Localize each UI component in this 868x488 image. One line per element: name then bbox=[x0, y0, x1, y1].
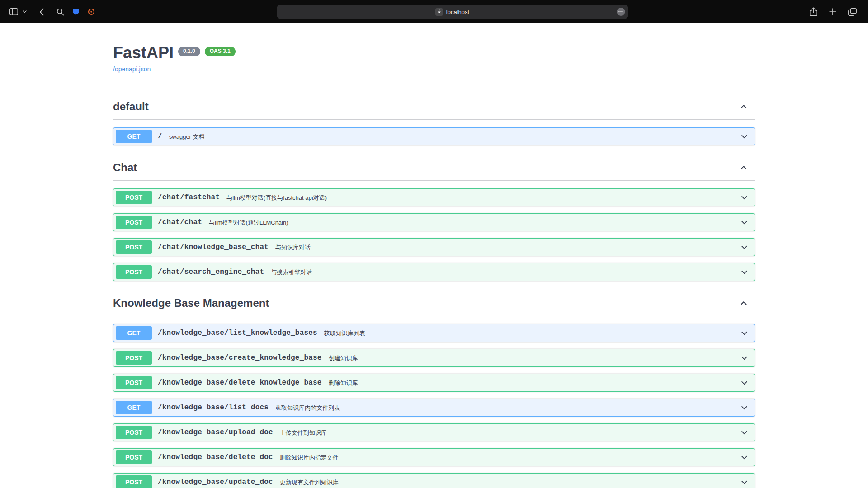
section-header[interactable]: Knowledge Base Management bbox=[113, 292, 755, 316]
section-title: Knowledge Base Management bbox=[113, 297, 269, 310]
operation-row[interactable]: POST/knowledge_base/update_doc更新现有文件到知识库 bbox=[113, 473, 755, 488]
sidebar-chevron-down-icon[interactable] bbox=[20, 4, 29, 20]
operation-row[interactable]: POST/knowledge_base/delete_knowledge_bas… bbox=[113, 374, 755, 392]
new-tab-plus-icon[interactable] bbox=[825, 4, 840, 20]
sidebar-toggle-icon[interactable] bbox=[7, 4, 20, 20]
collapse-section-icon[interactable] bbox=[739, 163, 749, 173]
operation-row[interactable]: POST/chat/search_engine_chat与搜索引擎对话 bbox=[113, 263, 755, 281]
share-icon[interactable] bbox=[806, 4, 821, 20]
method-badge: POST bbox=[116, 351, 152, 365]
operation-row[interactable]: POST/knowledge_base/create_knowledge_bas… bbox=[113, 349, 755, 367]
page-title: FastAPI 0.1.0 OAS 3.1 bbox=[113, 43, 755, 62]
toolbar-left-group bbox=[7, 4, 99, 20]
oas-badge: OAS 3.1 bbox=[205, 47, 236, 56]
operation-description: 与llm模型对话(直接与fastchat api对话) bbox=[226, 193, 327, 202]
swagger-page: FastAPI 0.1.0 OAS 3.1 /openapi.json defa… bbox=[0, 23, 868, 488]
extension-orange-icon[interactable] bbox=[84, 4, 99, 20]
operation-path: / bbox=[158, 132, 162, 141]
expand-operation-icon[interactable] bbox=[740, 218, 749, 227]
method-badge: POST bbox=[116, 240, 152, 254]
method-badge: POST bbox=[116, 450, 152, 464]
api-tag-section: defaultGET/swagger 文档 bbox=[113, 96, 755, 154]
section-operations: GET/swagger 文档 bbox=[113, 120, 755, 154]
method-badge: POST bbox=[116, 376, 152, 389]
expand-operation-icon[interactable] bbox=[740, 193, 749, 202]
operation-row[interactable]: POST/chat/fastchat与llm模型对话(直接与fastchat a… bbox=[113, 188, 755, 206]
version-badge: 0.1.0 bbox=[178, 47, 200, 56]
section-operations: POST/chat/fastchat与llm模型对话(直接与fastchat a… bbox=[113, 181, 755, 290]
operation-path: /knowledge_base/upload_doc bbox=[158, 428, 273, 436]
operation-description: 上传文件到知识库 bbox=[280, 428, 327, 437]
operation-description: 获取知识库列表 bbox=[324, 328, 365, 338]
operation-path: /chat/fastchat bbox=[158, 193, 220, 202]
operation-path: /knowledge_base/list_knowledge_bases bbox=[158, 329, 317, 337]
method-badge: GET bbox=[116, 326, 152, 340]
operation-row[interactable]: POST/chat/chat与llm模型对话(通过LLMChain) bbox=[113, 213, 755, 231]
site-favicon-icon bbox=[435, 8, 443, 16]
operation-row[interactable]: GET/knowledge_base/list_docs获取知识库内的文件列表 bbox=[113, 399, 755, 417]
back-icon[interactable] bbox=[35, 4, 48, 20]
expand-operation-icon[interactable] bbox=[740, 353, 749, 363]
collapse-section-icon[interactable] bbox=[739, 298, 749, 308]
method-badge: POST bbox=[116, 426, 152, 439]
operation-row[interactable]: GET/swagger 文档 bbox=[113, 127, 755, 145]
operation-description: swagger 文档 bbox=[169, 132, 205, 141]
api-sections: defaultGET/swagger 文档ChatPOST/chat/fastc… bbox=[113, 96, 755, 488]
tab-overview-icon[interactable] bbox=[844, 4, 861, 20]
search-icon[interactable] bbox=[52, 4, 68, 20]
operation-row[interactable]: GET/knowledge_base/list_knowledge_bases获… bbox=[113, 324, 755, 342]
address-url-text: localhost bbox=[446, 9, 469, 15]
expand-operation-icon[interactable] bbox=[740, 267, 749, 277]
collapse-section-icon[interactable] bbox=[739, 102, 749, 112]
operation-description: 删除知识库内指定文件 bbox=[280, 453, 339, 462]
expand-operation-icon[interactable] bbox=[740, 428, 749, 437]
method-badge: GET bbox=[116, 401, 152, 414]
section-header[interactable]: default bbox=[113, 96, 755, 120]
expand-operation-icon[interactable] bbox=[740, 403, 749, 413]
expand-operation-icon[interactable] bbox=[740, 243, 749, 252]
expand-operation-icon[interactable] bbox=[740, 453, 749, 462]
section-title: default bbox=[113, 100, 149, 113]
api-tag-section: ChatPOST/chat/fastchat与llm模型对话(直接与fastch… bbox=[113, 157, 755, 290]
api-title-text: FastAPI bbox=[113, 43, 174, 62]
method-badge: POST bbox=[116, 191, 152, 204]
expand-operation-icon[interactable] bbox=[740, 378, 749, 388]
expand-operation-icon[interactable] bbox=[740, 328, 749, 338]
address-bar[interactable]: localhost bbox=[277, 5, 628, 19]
operation-path: /chat/knowledge_base_chat bbox=[158, 243, 269, 251]
swagger-wrapper: FastAPI 0.1.0 OAS 3.1 /openapi.json defa… bbox=[104, 23, 764, 488]
section-title: Chat bbox=[113, 161, 137, 174]
page-menu-ellipsis-icon[interactable] bbox=[617, 8, 625, 16]
method-badge: POST bbox=[116, 216, 152, 229]
api-tag-section: Knowledge Base ManagementGET/knowledge_b… bbox=[113, 292, 755, 488]
operation-path: /chat/search_engine_chat bbox=[158, 268, 264, 276]
operation-description: 与llm模型对话(通过LLMChain) bbox=[209, 218, 288, 227]
operation-description: 获取知识库内的文件列表 bbox=[275, 403, 340, 412]
section-operations: GET/knowledge_base/list_knowledge_bases获… bbox=[113, 316, 755, 488]
address-bar-zone: localhost bbox=[99, 5, 806, 19]
method-badge: POST bbox=[116, 475, 152, 488]
operation-description: 创建知识库 bbox=[329, 353, 358, 362]
method-badge: POST bbox=[116, 265, 152, 279]
operation-row[interactable]: POST/knowledge_base/delete_doc删除知识库内指定文件 bbox=[113, 448, 755, 466]
operation-description: 与搜索引擎对话 bbox=[271, 267, 312, 277]
operation-description: 更新现有文件到知识库 bbox=[280, 478, 339, 487]
operation-description: 删除知识库 bbox=[329, 378, 358, 387]
operation-description: 与知识库对话 bbox=[275, 243, 311, 252]
expand-operation-icon[interactable] bbox=[740, 132, 749, 141]
operation-path: /knowledge_base/create_knowledge_base bbox=[158, 354, 322, 362]
section-header[interactable]: Chat bbox=[113, 157, 755, 181]
method-badge: GET bbox=[116, 130, 152, 143]
extension-blue-icon[interactable] bbox=[68, 4, 84, 20]
operation-path: /knowledge_base/update_doc bbox=[158, 478, 273, 486]
toolbar-right-group bbox=[806, 4, 861, 20]
operation-row[interactable]: POST/chat/knowledge_base_chat与知识库对话 bbox=[113, 238, 755, 256]
openapi-json-link[interactable]: /openapi.json bbox=[113, 66, 151, 73]
operation-row[interactable]: POST/knowledge_base/upload_doc上传文件到知识库 bbox=[113, 423, 755, 441]
operation-path: /knowledge_base/delete_knowledge_base bbox=[158, 379, 322, 387]
expand-operation-icon[interactable] bbox=[740, 478, 749, 487]
operation-path: /knowledge_base/delete_doc bbox=[158, 453, 273, 461]
operation-path: /chat/chat bbox=[158, 218, 202, 226]
operation-path: /knowledge_base/list_docs bbox=[158, 404, 269, 412]
browser-toolbar: localhost bbox=[0, 0, 868, 23]
